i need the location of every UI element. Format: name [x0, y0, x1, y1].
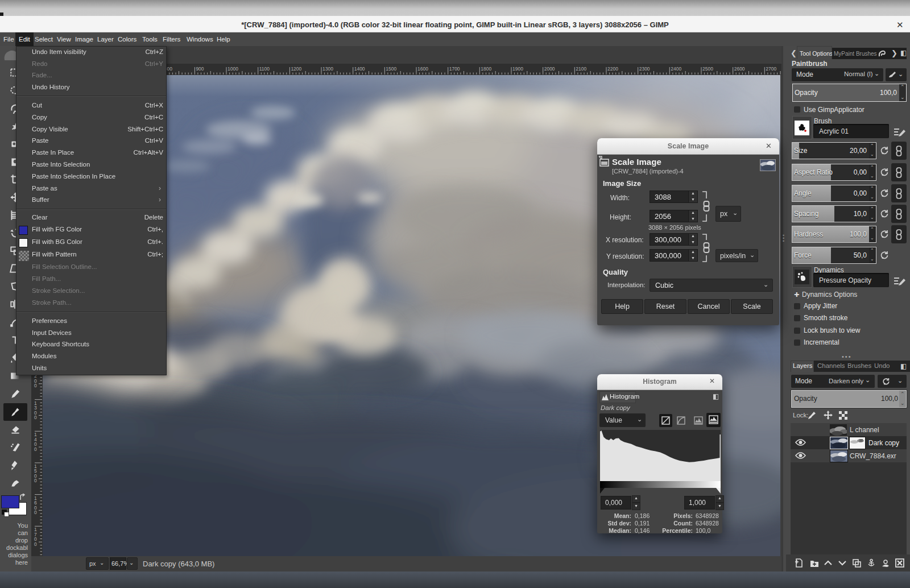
svg-text:1500: 1500: [386, 66, 396, 72]
svg-text:1000: 1000: [228, 66, 238, 72]
svg-text:900: 900: [196, 66, 204, 72]
svg-text:0: 0: [34, 510, 37, 515]
svg-text:2400: 2400: [671, 66, 681, 72]
svg-text:1600: 1600: [417, 66, 428, 72]
svg-text:1400: 1400: [354, 66, 365, 72]
svg-text:0: 0: [34, 383, 37, 388]
svg-text:2200: 2200: [607, 66, 618, 72]
svg-text:0: 0: [34, 541, 37, 547]
svg-text:2100: 2100: [576, 66, 586, 72]
svg-text:1200: 1200: [291, 66, 301, 72]
svg-text:1700: 1700: [449, 66, 460, 72]
svg-text:0: 0: [34, 415, 37, 420]
svg-text:0: 0: [34, 446, 37, 452]
svg-text:2300: 2300: [639, 66, 650, 72]
svg-text:2600: 2600: [734, 66, 745, 72]
svg-text:2000: 2000: [544, 66, 555, 72]
svg-text:1800: 1800: [481, 66, 491, 72]
svg-text:0: 0: [34, 478, 37, 483]
svg-text:2700: 2700: [766, 66, 776, 72]
svg-text:1100: 1100: [259, 66, 270, 72]
svg-text:2500: 2500: [702, 66, 713, 72]
svg-text:1300: 1300: [322, 66, 333, 72]
svg-text:1900: 1900: [512, 66, 523, 72]
